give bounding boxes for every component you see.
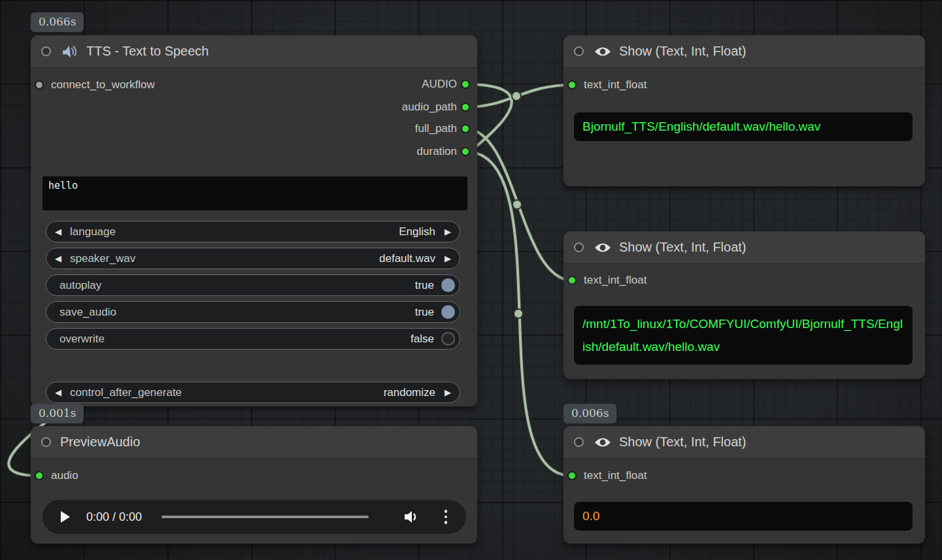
widget-value: English: [399, 225, 435, 239]
volume-icon[interactable]: [404, 510, 420, 524]
collapse-dot[interactable]: [574, 242, 584, 252]
widget-label: overwrite: [59, 333, 411, 346]
speaker-waves-icon: [61, 44, 78, 59]
play-icon[interactable]: [60, 510, 71, 523]
widget-label: language: [70, 225, 399, 239]
input-slot-text-int-float[interactable]: [567, 80, 577, 90]
combo-next-icon[interactable]: ▶: [445, 388, 451, 397]
combo-prev-icon[interactable]: ◀: [55, 254, 61, 263]
node-title: Show (Text, Int, Float): [619, 240, 747, 255]
link-midpoint-dot[interactable]: [512, 91, 521, 101]
output-label-duration: duration: [417, 145, 457, 158]
combo-prev-icon[interactable]: ◀: [55, 388, 61, 397]
audio-player[interactable]: 0:00 / 0:00: [42, 500, 466, 534]
toggle-knob[interactable]: [441, 278, 455, 292]
node-header[interactable]: Show (Text, Int, Float): [564, 35, 925, 68]
combo-next-icon[interactable]: ▶: [445, 254, 451, 263]
widget-value: randomize: [384, 386, 435, 399]
widget-value: false: [411, 333, 434, 346]
widget-save-audio[interactable]: save_audio true: [46, 301, 460, 323]
widget-autoplay[interactable]: autoplay true: [46, 274, 460, 296]
output-slot-full-path[interactable]: [461, 124, 470, 133]
widget-label: save_audio: [59, 306, 415, 319]
show-value-display: 0.0: [574, 502, 913, 531]
node-header[interactable]: TTS - Text to Speech: [31, 35, 477, 68]
node-title: TTS - Text to Speech: [86, 44, 209, 59]
widget-value: default.wav: [379, 252, 435, 265]
combo-next-icon[interactable]: ▶: [445, 227, 451, 236]
input-label: text_int_float: [584, 78, 647, 91]
collapse-dot[interactable]: [574, 437, 584, 447]
widget-label: speaker_wav: [70, 252, 379, 265]
eye-icon: [594, 46, 611, 57]
widget-speaker-wav[interactable]: ◀ speaker_wav default.wav ▶: [46, 248, 460, 269]
input-label: text_int_float: [584, 469, 647, 482]
link-midpoint-dot[interactable]: [514, 309, 523, 318]
toggle-knob[interactable]: [441, 332, 455, 346]
collapse-dot[interactable]: [574, 46, 584, 56]
audio-seek-slider[interactable]: [161, 516, 368, 518]
node-title: Show (Text, Int, Float): [619, 44, 747, 59]
widget-label: control_after_generate: [70, 386, 384, 399]
input-label: audio: [51, 469, 78, 482]
node-title: Show (Text, Int, Float): [619, 435, 747, 450]
node-header[interactable]: Show (Text, Int, Float): [564, 426, 925, 459]
kebab-menu-icon[interactable]: [443, 508, 449, 525]
input-label: text_int_float: [584, 274, 647, 287]
widget-overwrite[interactable]: overwrite false: [46, 328, 460, 350]
node-tts-text-to-speech[interactable]: TTS - Text to Speech connect_to_workflow…: [31, 35, 477, 406]
output-slot-duration[interactable]: [461, 147, 470, 156]
widget-language[interactable]: ◀ language English ▶: [46, 221, 460, 242]
node-header[interactable]: Show (Text, Int, Float): [564, 231, 925, 264]
link-midpoint-dot[interactable]: [513, 200, 522, 209]
node-show-text-3[interactable]: Show (Text, Int, Float) text_int_float 0…: [564, 426, 925, 544]
input-slot-text-int-float[interactable]: [567, 276, 577, 285]
widget-value: true: [415, 279, 434, 292]
output-slot-audio[interactable]: [461, 80, 470, 89]
input-slot-connect-to-workflow[interactable]: [35, 80, 44, 90]
audio-time: 0:00 / 0:00: [86, 510, 142, 524]
output-label-full-path: full_path: [415, 122, 457, 135]
execution-time-badge: 0.006s: [564, 404, 616, 423]
text-prompt-input[interactable]: hello: [42, 176, 467, 210]
node-header[interactable]: PreviewAudio: [31, 426, 477, 459]
input-slot-text-int-float[interactable]: [567, 471, 577, 480]
widget-label: autoplay: [59, 279, 415, 292]
output-label-audio: AUDIO: [422, 78, 457, 91]
node-title: PreviewAudio: [60, 435, 140, 450]
eye-icon: [594, 437, 611, 448]
show-value-display: Bjornulf_TTS/English/default.wav/hello.w…: [574, 112, 913, 141]
widget-value: true: [415, 306, 434, 319]
eye-icon: [594, 242, 611, 253]
toggle-knob[interactable]: [441, 305, 455, 319]
collapse-dot[interactable]: [41, 46, 51, 56]
input-slot-audio[interactable]: [35, 471, 44, 480]
show-value-display: /mnt/1To_linux/1To/COMFYUI/ComfyUI/Bjorn…: [574, 306, 913, 365]
execution-time-badge: 0.066s: [31, 12, 84, 32]
output-slot-audio-path[interactable]: [461, 103, 470, 112]
collapse-dot[interactable]: [41, 437, 51, 447]
widget-control-after-generate[interactable]: ◀ control_after_generate randomize ▶: [46, 382, 460, 403]
node-preview-audio[interactable]: PreviewAudio audio 0:00 / 0:00: [31, 426, 477, 544]
execution-time-badge: 0.001s: [31, 404, 84, 423]
node-show-text-1[interactable]: Show (Text, Int, Float) text_int_float B…: [564, 35, 925, 186]
output-label-audio-path: audio_path: [402, 101, 457, 114]
combo-prev-icon[interactable]: ◀: [55, 227, 61, 236]
node-show-text-2[interactable]: Show (Text, Int, Float) text_int_float /…: [564, 231, 925, 379]
input-label: connect_to_workflow: [51, 78, 155, 91]
